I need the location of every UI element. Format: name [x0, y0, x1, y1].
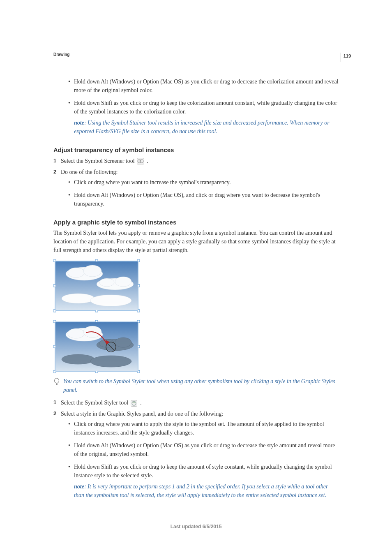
intro-paragraph: The Symbol Styler tool lets you apply or…: [53, 229, 339, 254]
symbol-screener-tool-icon: [137, 158, 144, 164]
step-1: 1 Select the Symbol Styler tool .: [53, 398, 339, 407]
step-text: Select the Symbol Screener tool: [61, 158, 136, 164]
svg-point-19: [99, 278, 114, 287]
step-text-after: .: [147, 158, 148, 164]
bullet-text: Click or drag where you want to increase…: [74, 179, 231, 185]
list-item: Hold down Alt (Windows) or Option (Mac O…: [61, 191, 339, 208]
list-item: Hold down Shift as you click or drag to …: [53, 99, 339, 136]
figure-symbol-styler: [53, 259, 339, 375]
bullet-text: Hold down Alt (Windows) or Option (Mac O…: [74, 79, 339, 93]
step-number: 1: [53, 398, 56, 407]
note-label: note: [74, 120, 84, 126]
bullet-text: Hold down Alt (Windows) or Option (Mac O…: [74, 192, 321, 207]
step-2: 2 Do one of the following: Click or drag…: [53, 168, 339, 208]
tip: You can switch to the Symbol Styler tool…: [53, 377, 339, 394]
step-number: 2: [53, 168, 56, 176]
bullet-text: Hold down Shift as you click or drag to …: [74, 464, 332, 479]
svg-point-43: [55, 378, 59, 383]
last-updated: Last updated 6/5/2015: [0, 523, 392, 530]
step-text: Select the Symbol Styler tool: [61, 400, 130, 406]
heading-adjust-transparency: Adjust transparency of symbol instances: [53, 146, 339, 155]
list-item: Click or drag where you want to increase…: [61, 178, 339, 187]
step-1: 1 Select the Symbol Screener tool .: [53, 157, 339, 165]
list-item: Hold down Alt (Windows) or Option (Mac O…: [61, 441, 339, 458]
note-label: note: [74, 483, 84, 490]
svg-point-38: [115, 338, 131, 347]
step-text: Select a style in the Graphic Styles pan…: [61, 411, 223, 417]
note: note: Using the Symbol Stainer tool resu…: [74, 118, 339, 136]
list-item: Hold down Alt (Windows) or Option (Mac O…: [53, 77, 339, 95]
svg-point-40: [90, 356, 131, 367]
running-header: Drawing: [53, 51, 339, 58]
svg-rect-44: [56, 383, 58, 385]
svg-point-20: [115, 277, 131, 287]
svg-point-22: [90, 295, 131, 306]
heading-apply-graphic-style: Apply a graphic style to symbol instance…: [53, 218, 339, 227]
svg-point-39: [62, 354, 95, 364]
lightbulb-icon: [53, 378, 60, 388]
list-item: Click or drag where you want to apply th…: [61, 420, 339, 437]
bullet-text: Hold down Shift as you click or drag to …: [74, 100, 337, 115]
bullet-text: Click or drag where you want to apply th…: [74, 421, 324, 436]
note: note: It is very important to perform st…: [74, 482, 339, 500]
step-number: 2: [53, 409, 56, 418]
svg-point-21: [62, 294, 95, 303]
svg-rect-0: [137, 158, 144, 164]
page-number: 119: [341, 53, 351, 62]
step-2: 2 Select a style in the Graphic Styles p…: [53, 409, 339, 500]
note-text: : It is very important to perform steps …: [74, 483, 328, 498]
svg-point-17: [83, 265, 101, 277]
svg-point-16: [68, 268, 84, 278]
list-item: Hold down Shift as you click or drag to …: [61, 462, 339, 500]
symbol-styler-tool-icon: [131, 400, 138, 407]
svg-point-34: [68, 328, 84, 338]
step-text: Do one of the following:: [61, 169, 118, 175]
step-text-after: .: [140, 400, 142, 406]
note-text: : Using the Symbol Stainer tool results …: [74, 120, 330, 134]
step-number: 1: [53, 157, 56, 165]
bullet-text: Hold down Alt (Windows) or Option (Mac O…: [74, 442, 335, 457]
tip-text: You can switch to the Symbol Styler tool…: [63, 377, 339, 394]
